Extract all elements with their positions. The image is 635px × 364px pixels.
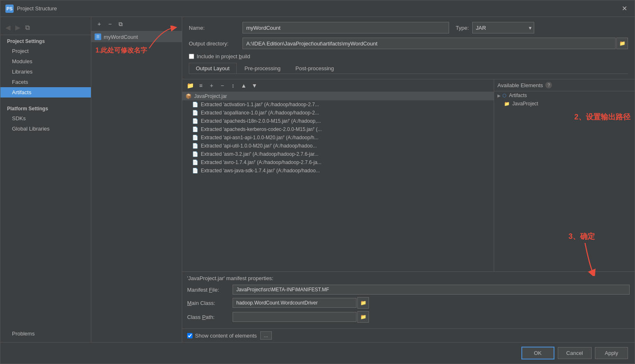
output-add-folder-button[interactable]: 📁: [186, 81, 195, 90]
avail-item-artifacts[interactable]: ▶ ⬡ Artifacts: [494, 91, 635, 100]
help-icon[interactable]: ?: [545, 82, 552, 88]
output-dir-row: Output directory: 📁: [189, 38, 628, 49]
output-tree-item-4[interactable]: 📄 Extracted 'api-asn1-api-1.0.0-M20.jar/…: [182, 133, 494, 142]
output-layout-section: 📁 ≡ + − ↕ ▲ ▼ 📦 JavaProject.jar 📄: [182, 79, 635, 271]
artifact-item-icon: ☰: [95, 33, 101, 40]
forward-button[interactable]: ▶: [14, 23, 22, 32]
artifact-item-label: myWordCount: [104, 34, 138, 40]
copy-button[interactable]: ⧉: [24, 23, 31, 32]
sidebar-item-sdks[interactable]: SDKs: [0, 113, 91, 124]
sidebar-item-global-libraries[interactable]: Global Libraries: [0, 124, 91, 134]
jar-icon: 📦: [186, 93, 192, 99]
main-class-row: Main Class: 📁: [187, 297, 630, 309]
include-in-build-checkbox[interactable]: [189, 54, 194, 59]
avail-item-javaproject-label: JavaProject: [512, 101, 538, 107]
output-sort-button[interactable]: ↕: [228, 81, 238, 90]
sidebar-item-modules[interactable]: Modules: [0, 56, 91, 67]
name-input[interactable]: [243, 22, 449, 33]
cancel-button[interactable]: Cancel: [558, 347, 592, 359]
copy-artifact-button[interactable]: ⧉: [116, 19, 125, 29]
extracted-icon-6: 📄: [192, 151, 198, 157]
name-label: Name:: [189, 25, 243, 31]
apply-button[interactable]: Apply: [595, 347, 628, 359]
output-tree-item-1[interactable]: 📄 Extracted 'aopalliance-1.0.jar/' (A:/h…: [182, 109, 494, 117]
manifest-file-row: Manifest File:: [187, 285, 630, 295]
output-add-button[interactable]: +: [207, 81, 216, 90]
extracted-icon-5: 📄: [192, 143, 198, 149]
artifact-item-mywordcount[interactable]: ☰ myWordCount: [91, 31, 182, 42]
output-move-down-button[interactable]: ▼: [250, 81, 259, 90]
extracted-icon-1: 📄: [192, 110, 198, 116]
output-dir-browse-button[interactable]: 📁: [616, 38, 628, 49]
extracted-icon-3: 📄: [192, 126, 198, 132]
manifest-file-input[interactable]: [233, 285, 630, 295]
app-icon: PS: [5, 5, 14, 13]
expand-icon-artifacts: ▶: [497, 93, 501, 98]
extracted-icon-7: 📄: [192, 159, 198, 165]
output-tree-label-1: Extracted 'aopalliance-1.0.jar/' (A:/had…: [201, 110, 319, 116]
back-button[interactable]: ◀: [4, 23, 12, 32]
output-dir-label: Output directory:: [189, 40, 243, 47]
output-tree-item-6[interactable]: 📄 Extracted 'asm-3.2.jar/' (A:/hadoop/ha…: [182, 150, 494, 158]
name-row: Name: Type: JAR: [189, 22, 628, 33]
extracted-icon-4: 📄: [192, 135, 198, 140]
sidebar-item-artifacts[interactable]: Artifacts: [0, 87, 91, 98]
class-path-row: Class Path: 📁: [187, 311, 630, 323]
avail-item-artifacts-label: Artifacts: [509, 93, 527, 98]
available-elements-header: Available Elements ? 2、设置输出路径: [494, 79, 635, 91]
output-tree-item-3[interactable]: 📄 Extracted 'apacheds-kerberos-codec-2.0…: [182, 125, 494, 133]
output-tree-item-5[interactable]: 📄 Extracted 'api-util-1.0.0-M20.jar/' (A…: [182, 142, 494, 150]
annotation-1: 1.此处可修改名字: [95, 46, 147, 55]
show-content-checkbox[interactable]: [187, 333, 193, 338]
output-toolbar: 📁 ≡ + − ↕ ▲ ▼: [182, 79, 494, 92]
class-path-input[interactable]: [233, 312, 357, 322]
main-class-browse-button[interactable]: 📁: [357, 297, 369, 309]
main-class-label: Main Class:: [187, 300, 233, 306]
output-move-up-button[interactable]: ▲: [239, 81, 248, 90]
output-tree-label-4: Extracted 'api-asn1-api-1.0.0-M20.jar/' …: [201, 135, 319, 140]
output-tree-jar-label: JavaProject.jar: [194, 93, 227, 99]
title-bar: PS Project Structure ✕: [0, 0, 635, 17]
output-dir-input[interactable]: [243, 38, 616, 49]
output-remove-button[interactable]: −: [218, 81, 227, 90]
manifest-file-label: Manifest File:: [187, 287, 233, 293]
tab-post-processing[interactable]: Post-processing: [288, 63, 341, 74]
sidebar-item-libraries[interactable]: Libraries: [0, 67, 91, 77]
output-tree-item-2[interactable]: 📄 Extracted 'apacheds-i18n-2.0.0-M15.jar…: [182, 117, 494, 125]
class-path-browse-button[interactable]: 📁: [357, 311, 369, 323]
sidebar-item-facets[interactable]: Facets: [0, 77, 91, 87]
tab-output-layout[interactable]: Output Layout: [189, 63, 237, 74]
module-icon: 📁: [504, 101, 510, 107]
extracted-icon-0: 📄: [192, 102, 198, 107]
output-tree-item-jar[interactable]: 📦 JavaProject.jar: [182, 92, 494, 100]
sidebar-item-problems[interactable]: Problems: [0, 328, 91, 339]
output-tree-label-0: Extracted 'activation-1.1.jar/' (A:/hado…: [201, 102, 319, 107]
show-content-button[interactable]: ...: [260, 331, 272, 340]
include-in-build-row: Include in project build: [189, 53, 628, 59]
name-type-section: Name: Type: JAR Output directory:: [182, 17, 635, 79]
tab-pre-processing[interactable]: Pre-processing: [238, 63, 288, 74]
output-tree-label-7: Extracted 'avro-1.7.4.jar/' (A:/hadoop/h…: [201, 159, 321, 165]
output-tree-item-0[interactable]: 📄 Extracted 'activation-1.1.jar/' (A:/ha…: [182, 100, 494, 109]
ok-button[interactable]: OK: [521, 347, 554, 359]
avail-item-javaproject[interactable]: 📁 JavaProject: [494, 100, 635, 108]
class-path-label: Class Path:: [187, 314, 233, 320]
output-tree-item-7[interactable]: 📄 Extracted 'avro-1.7.4.jar/' (A:/hadoop…: [182, 158, 494, 167]
show-content-row: Show content of elements ...: [182, 328, 635, 342]
available-tree: ▶ ⬡ Artifacts 📁 JavaProject: [494, 91, 635, 271]
close-button[interactable]: ✕: [619, 4, 630, 13]
extracted-icon-2: 📄: [192, 118, 198, 124]
output-toggle-button[interactable]: ≡: [196, 81, 205, 90]
output-tree-item-8[interactable]: 📄 Extracted 'aws-java-sdk-1.7.4.jar/' (A…: [182, 167, 494, 175]
add-artifact-button[interactable]: +: [95, 19, 104, 29]
sidebar-item-project[interactable]: Project: [0, 46, 91, 56]
manifest-title: 'JavaProject.jar' manifest properties:: [187, 275, 630, 281]
main-class-input[interactable]: [233, 298, 357, 308]
type-section: Type: JAR: [456, 22, 534, 33]
main-content: Name: Type: JAR Output directory:: [182, 17, 635, 342]
output-tree-label-2: Extracted 'apacheds-i18n-2.0.0-M15.jar/'…: [201, 118, 321, 124]
type-select[interactable]: JAR: [472, 22, 534, 33]
remove-artifact-button[interactable]: −: [105, 19, 114, 29]
extracted-icon-8: 📄: [192, 168, 198, 174]
manifest-section: 'JavaProject.jar' manifest properties: M…: [182, 271, 635, 328]
